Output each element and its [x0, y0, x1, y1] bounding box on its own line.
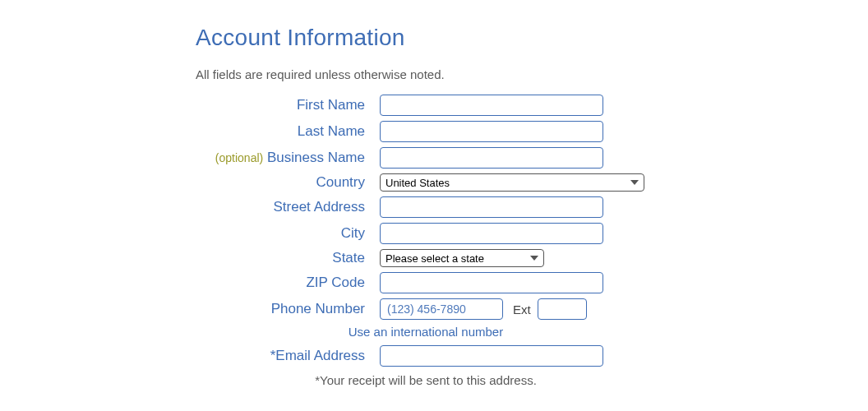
business-name-input[interactable] — [380, 147, 603, 169]
email-input[interactable] — [380, 345, 603, 367]
zip-input[interactable] — [380, 272, 603, 293]
phone-label: Phone Number — [196, 301, 380, 317]
zip-label: ZIP Code — [196, 275, 380, 291]
street-address-input[interactable] — [380, 196, 603, 218]
international-number-link[interactable]: Use an international number — [196, 325, 656, 339]
country-select[interactable]: United States — [380, 173, 644, 192]
page-title: Account Information — [196, 25, 868, 51]
phone-input[interactable] — [380, 298, 503, 320]
last-name-label: Last Name — [196, 123, 380, 140]
street-address-label: Street Address — [196, 199, 380, 215]
city-label: City — [196, 225, 380, 242]
country-label: Country — [196, 174, 380, 191]
last-name-input[interactable] — [380, 121, 603, 142]
required-note: All fields are required unless otherwise… — [196, 67, 868, 81]
ext-input[interactable] — [538, 298, 587, 320]
first-name-label: First Name — [196, 97, 380, 113]
first-name-input[interactable] — [380, 95, 603, 116]
state-select[interactable]: Please select a state — [380, 249, 544, 267]
ext-label: Ext — [513, 302, 531, 316]
receipt-note: *Your receipt will be sent to this addre… — [196, 373, 656, 387]
city-input[interactable] — [380, 223, 603, 244]
business-name-label: Business Name — [267, 150, 365, 165]
email-label: *Email Address — [196, 348, 380, 364]
optional-tag: (optional) — [215, 151, 263, 164]
state-label: State — [196, 250, 380, 266]
